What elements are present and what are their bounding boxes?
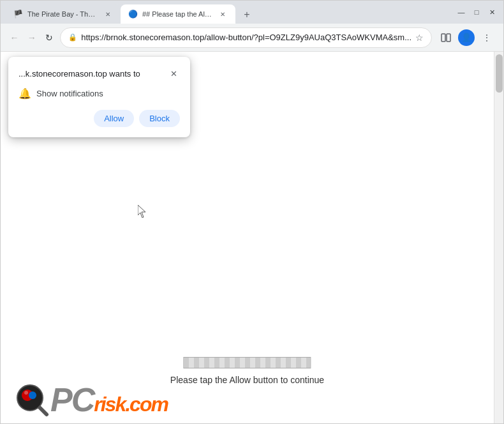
address-bar: ← → ↻ 🔒 https://brnok.stonecoremason.top… xyxy=(1,24,503,52)
page-message: Please tap the Allow button to continue xyxy=(170,375,324,385)
menu-button[interactable]: ⋮ xyxy=(478,29,496,47)
new-tab-button[interactable]: + xyxy=(238,6,256,24)
svg-marker-7 xyxy=(138,205,145,218)
bell-icon: 🔔 xyxy=(19,87,31,100)
pcrisk-risk: risk.com xyxy=(94,393,168,416)
tab2-close-button[interactable]: ✕ xyxy=(218,9,228,19)
maximize-button[interactable]: □ xyxy=(473,8,480,16)
mouse-cursor xyxy=(138,205,145,216)
progress-bar xyxy=(184,357,311,368)
pcrisk-icon xyxy=(13,381,50,418)
dialog-header: ...k.stonecoremason.top wants to ✕ xyxy=(19,67,180,80)
svg-point-6 xyxy=(24,391,28,395)
close-button[interactable]: ✕ xyxy=(488,8,496,17)
svg-rect-1 xyxy=(447,34,450,42)
tab1-close-button[interactable]: ✕ xyxy=(103,9,113,19)
dialog-close-button[interactable]: ✕ xyxy=(167,67,180,80)
window-controls: — □ ✕ xyxy=(457,8,498,17)
lock-icon: 🔒 xyxy=(68,33,77,42)
bookmark-icon[interactable]: ☆ xyxy=(415,33,424,43)
dialog-permission-row: 🔔 Show notifications xyxy=(19,87,180,100)
back-button[interactable]: ← xyxy=(8,30,20,45)
permission-dialog: ...k.stonecoremason.top wants to ✕ 🔔 Sho… xyxy=(8,57,190,137)
dialog-title: ...k.stonecoremason.top wants to xyxy=(19,69,140,79)
forward-button[interactable]: → xyxy=(26,30,38,45)
sidebar-toggle-button[interactable] xyxy=(437,29,455,47)
pcrisk-pc-text: PCrisk.com xyxy=(50,384,168,418)
allow-button[interactable]: Allow xyxy=(94,110,134,127)
tab-allow[interactable]: 🔵 ## Please tap the Allow button... ✕ xyxy=(121,4,235,24)
content-area: ...k.stonecoremason.top wants to ✕ 🔔 Sho… xyxy=(1,52,494,423)
browser-viewport: ...k.stonecoremason.top wants to ✕ 🔔 Sho… xyxy=(1,52,503,423)
page-content: Please tap the Allow button to continue xyxy=(170,357,324,385)
tab2-label: ## Please tap the Allow button... xyxy=(142,10,212,18)
toolbar-icons: 👤 ⋮ xyxy=(437,29,496,47)
scrollbar[interactable] xyxy=(494,52,503,423)
title-bar: 🏴 The Pirate Bay - The galaxy's m... ✕ 🔵… xyxy=(1,1,503,24)
tab1-label: The Pirate Bay - The galaxy's m... xyxy=(27,10,98,18)
tab-bar: 🏴 The Pirate Bay - The galaxy's m... ✕ 🔵… xyxy=(6,1,457,24)
minimize-button[interactable]: — xyxy=(457,8,465,16)
url-text: https://brnok.stonecoremason.top/allow-b… xyxy=(81,33,411,42)
svg-rect-0 xyxy=(441,34,445,42)
block-button[interactable]: Block xyxy=(139,110,180,127)
scrollbar-thumb[interactable] xyxy=(496,54,503,93)
pcrisk-text-container: PCrisk.com xyxy=(50,383,168,416)
pcrisk-pc: PC xyxy=(50,381,94,418)
pcrisk-logo: PCrisk.com xyxy=(13,381,168,418)
url-bar[interactable]: 🔒 https://brnok.stonecoremason.top/allow… xyxy=(60,27,432,48)
tab2-favicon: 🔵 xyxy=(128,10,137,19)
tab1-favicon: 🏴 xyxy=(13,10,22,19)
dialog-actions: Allow Block xyxy=(19,110,180,127)
permission-text: Show notifications xyxy=(36,89,103,98)
tab-piratebay[interactable]: 🏴 The Pirate Bay - The galaxy's m... ✕ xyxy=(6,4,121,24)
svg-point-5 xyxy=(29,391,36,399)
refresh-button[interactable]: ↻ xyxy=(43,30,55,45)
profile-button[interactable]: 👤 xyxy=(457,29,475,47)
browser-window: 🏴 The Pirate Bay - The galaxy's m... ✕ 🔵… xyxy=(0,0,504,424)
profile-avatar: 👤 xyxy=(458,29,475,46)
